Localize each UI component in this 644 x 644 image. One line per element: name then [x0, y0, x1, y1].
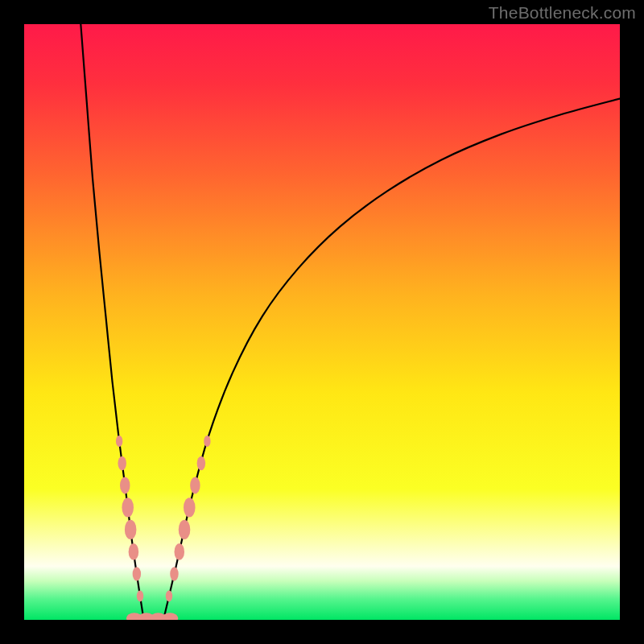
chart-frame: TheBottleneck.com	[0, 0, 644, 644]
plot-area	[24, 24, 620, 620]
watermark-text: TheBottleneck.com	[489, 3, 636, 23]
svg-rect-0	[24, 24, 620, 620]
background-gradient	[24, 24, 620, 620]
